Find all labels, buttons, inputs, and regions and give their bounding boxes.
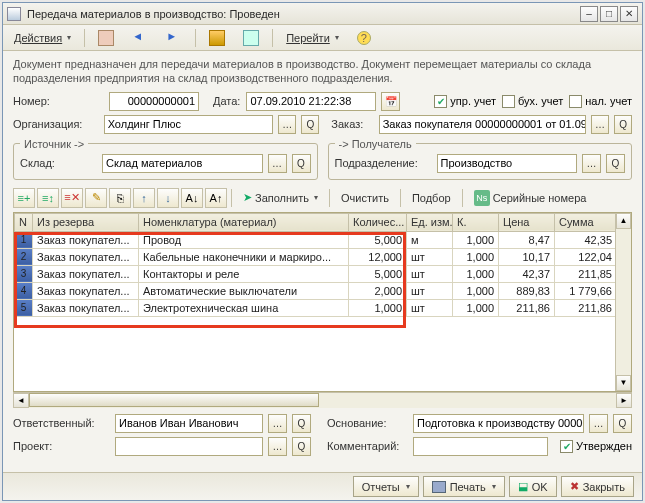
sklad-select-button[interactable]: … <box>268 154 287 173</box>
cell-reserve: Заказ покупател... <box>33 299 139 316</box>
vertical-scrollbar[interactable]: ▲ ▼ <box>615 213 631 391</box>
cell-reserve: Заказ покупател... <box>33 265 139 282</box>
podr-field[interactable]: Производство <box>437 154 578 173</box>
scroll-right-icon[interactable]: ► <box>616 393 632 408</box>
sklad-label: Склад: <box>20 157 96 169</box>
grid-sort-asc-icon[interactable]: A↓ <box>181 188 203 208</box>
grid-edit-icon[interactable]: ✎ <box>85 188 107 208</box>
cell-k: 1,000 <box>453 265 499 282</box>
maximize-button[interactable]: □ <box>600 6 618 22</box>
close-button[interactable]: ✖Закрыть <box>561 476 634 497</box>
toolbar-save-icon[interactable] <box>91 28 121 48</box>
fill-button[interactable]: ➤Заполнить▾ <box>236 188 325 208</box>
podr-select-button[interactable]: … <box>582 154 601 173</box>
cell-sum: 211,86 <box>555 299 616 316</box>
col-k[interactable]: К. <box>453 213 499 231</box>
col-sum[interactable]: Сумма <box>555 213 616 231</box>
horizontal-scrollbar[interactable]: ◄ ► <box>13 392 632 408</box>
table-row[interactable]: 5Заказ покупател...Электротехническая ши… <box>15 299 616 316</box>
comment-label: Комментарий: <box>327 440 407 452</box>
resp-open-button[interactable]: Q <box>292 414 311 433</box>
grid-movedown-icon[interactable]: ↓ <box>157 188 179 208</box>
source-group: Источник -> Склад: Склад материалов … Q <box>13 138 318 180</box>
nal-uchet-checkbox[interactable]: нал. учет <box>569 95 632 108</box>
table-row[interactable]: 4Заказ покупател...Автоматические выключ… <box>15 282 616 299</box>
number-field[interactable]: 00000000001 <box>109 92 199 111</box>
cell-price: 211,86 <box>499 299 555 316</box>
table-row[interactable]: 1Заказ покупател...Провод5,000м1,0008,47… <box>15 231 616 248</box>
base-field[interactable]: Подготовка к производству 000000000 <box>413 414 584 433</box>
order-select-button[interactable]: … <box>591 115 609 134</box>
cell-reserve: Заказ покупател... <box>33 248 139 265</box>
cell-price: 42,37 <box>499 265 555 282</box>
grid-delete-icon[interactable]: ≡✕ <box>61 188 83 208</box>
order-field[interactable]: Заказ покупателя 00000000001 от 01.09.20 <box>379 115 586 134</box>
grid-insert-icon[interactable]: ≡↕ <box>37 188 59 208</box>
cell-reserve: Заказ покупател... <box>33 231 139 248</box>
cell-nomen: Автоматические выключатели <box>139 282 349 299</box>
select-button[interactable]: Подбор <box>405 188 458 208</box>
org-open-button[interactable]: Q <box>301 115 319 134</box>
go-menu[interactable]: Перейти▾ <box>279 28 346 48</box>
cell-qty: 5,000 <box>349 265 407 282</box>
reports-button[interactable]: Отчеты▾ <box>353 476 419 497</box>
project-field[interactable] <box>115 437 263 456</box>
col-reserve[interactable]: Из резерва <box>33 213 139 231</box>
project-select-button[interactable]: … <box>268 437 287 456</box>
resp-field[interactable]: Иванов Иван Иванович <box>115 414 263 433</box>
scroll-left-icon[interactable]: ◄ <box>13 393 29 408</box>
help-icon[interactable]: ? <box>350 28 378 48</box>
comment-field[interactable] <box>413 437 548 456</box>
resp-select-button[interactable]: … <box>268 414 287 433</box>
grid-sort-desc-icon[interactable]: A↑ <box>205 188 227 208</box>
buh-uchet-checkbox[interactable]: бух. учет <box>502 95 563 108</box>
sklad-field[interactable]: Склад материалов <box>102 154 263 173</box>
print-button[interactable]: Печать▾ <box>423 476 505 497</box>
grid-copy-icon[interactable]: ⎘ <box>109 188 131 208</box>
minimize-button[interactable]: – <box>580 6 598 22</box>
cell-nomen: Электротехническая шина <box>139 299 349 316</box>
cell-k: 1,000 <box>453 248 499 265</box>
clear-button[interactable]: Очистить <box>334 188 396 208</box>
cell-nomen: Провод <box>139 231 349 248</box>
cell-sum: 211,85 <box>555 265 616 282</box>
close-window-button[interactable]: ✕ <box>620 6 638 22</box>
grid[interactable]: N Из резерва Номенклатура (материал) Кол… <box>13 212 632 392</box>
toolbar-nav-back-icon[interactable]: ◄ <box>125 28 155 48</box>
table-row[interactable]: 3Заказ покупател...Контакторы и реле5,00… <box>15 265 616 282</box>
col-qty[interactable]: Количес... <box>349 213 407 231</box>
table-row[interactable]: 2Заказ покупател...Кабельные наконечники… <box>15 248 616 265</box>
col-unit[interactable]: Ед. изм. <box>407 213 453 231</box>
date-picker-button[interactable]: 📅 <box>381 92 400 111</box>
podr-open-button[interactable]: Q <box>606 154 625 173</box>
base-open-button[interactable]: Q <box>613 414 632 433</box>
toolbar-copy-icon[interactable] <box>236 28 266 48</box>
actions-menu[interactable]: Действия▾ <box>7 28 78 48</box>
grid-moveup-icon[interactable]: ↑ <box>133 188 155 208</box>
scroll-down-icon[interactable]: ▼ <box>616 375 631 391</box>
sklad-open-button[interactable]: Q <box>292 154 311 173</box>
toolbar-grid-icon[interactable] <box>202 28 232 48</box>
org-field[interactable]: Холдинг Плюс <box>104 115 274 134</box>
toolbar-nav-fwd-icon[interactable]: ► <box>159 28 189 48</box>
grid-add-icon[interactable]: ≡+ <box>13 188 35 208</box>
col-n[interactable]: N <box>15 213 33 231</box>
description-text: Документ предназначен для передачи матер… <box>13 57 632 86</box>
date-label: Дата: <box>213 95 240 107</box>
ok-button[interactable]: ⬓OK <box>509 476 557 497</box>
serials-button[interactable]: NsСерийные номера <box>467 188 594 208</box>
org-label: Организация: <box>13 118 98 130</box>
scroll-up-icon[interactable]: ▲ <box>616 213 631 229</box>
date-field[interactable]: 07.09.2010 21:22:38 <box>246 92 376 111</box>
org-select-button[interactable]: … <box>278 115 296 134</box>
cell-n: 1 <box>15 231 33 248</box>
col-price[interactable]: Цена <box>499 213 555 231</box>
cell-qty: 2,000 <box>349 282 407 299</box>
upr-uchet-checkbox[interactable]: ✔упр. учет <box>434 95 496 108</box>
main-toolbar: Действия▾ ◄ ► Перейти▾ ? <box>3 25 642 51</box>
base-select-button[interactable]: … <box>589 414 608 433</box>
approved-checkbox[interactable]: ✔Утвержден <box>560 440 632 453</box>
project-open-button[interactable]: Q <box>292 437 311 456</box>
order-open-button[interactable]: Q <box>614 115 632 134</box>
col-nomen[interactable]: Номенклатура (материал) <box>139 213 349 231</box>
